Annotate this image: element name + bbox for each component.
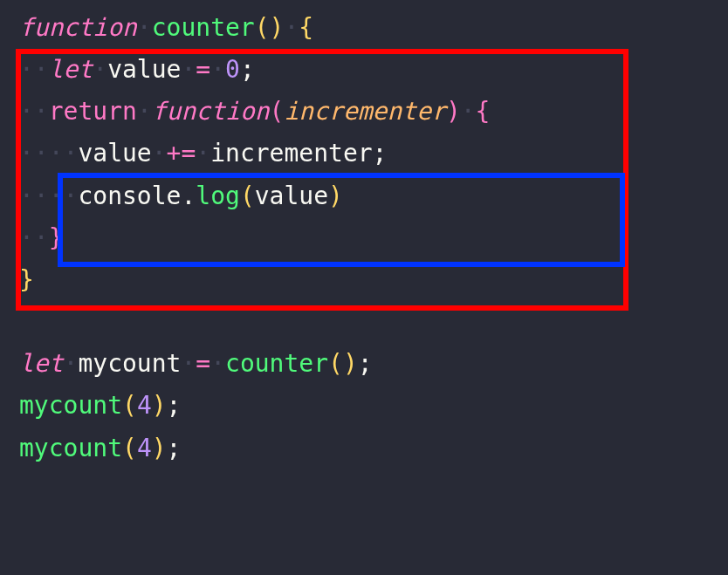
code-line: ··let·value·=·0; [19, 49, 728, 91]
function-name: counter [152, 13, 255, 42]
operator: = [196, 55, 210, 84]
paren: ) [152, 434, 167, 462]
paren: () [255, 13, 285, 42]
paren: ) [328, 181, 343, 210]
semicolon: ; [240, 55, 255, 84]
identifier: value [107, 55, 181, 84]
paren: ) [152, 391, 167, 420]
brace-open: { [299, 13, 313, 42]
function-call: mycount [19, 434, 122, 462]
semicolon: ; [167, 391, 182, 420]
operator: = [196, 349, 210, 378]
number-literal: 4 [137, 391, 152, 420]
keyword-let: let [49, 55, 93, 84]
code-line: ····console.log(value) [19, 175, 728, 217]
keyword-let: let [19, 349, 64, 378]
operator: += [167, 139, 196, 168]
keyword-function: function [19, 13, 137, 42]
brace-close: } [19, 265, 34, 294]
code-editor: function·counter()·{ ··let·value·=·0; ··… [0, 0, 728, 575]
paren: ( [240, 181, 255, 210]
parameter: incrementer [284, 97, 445, 126]
code-line: ··} [19, 217, 728, 259]
code-line [19, 301, 728, 343]
paren: () [328, 349, 358, 378]
identifier: value [78, 139, 151, 168]
paren: ( [122, 434, 137, 462]
code-line: let·mycount·=·counter(); [19, 343, 728, 385]
method-name: log [196, 181, 240, 210]
dot: . [181, 181, 196, 210]
keyword-function: function [152, 97, 270, 126]
brace-close: } [49, 223, 64, 252]
paren: ( [122, 391, 137, 420]
number-literal: 4 [137, 434, 152, 462]
code-line: } [19, 259, 728, 301]
number-literal: 0 [225, 55, 240, 84]
function-call: mycount [19, 391, 122, 420]
paren: ( [270, 97, 285, 126]
identifier: value [255, 181, 328, 210]
semicolon: ; [373, 139, 388, 168]
keyword-return: return [49, 97, 137, 126]
brace-open: { [476, 97, 491, 126]
code-line: ··return·function(incrementer)·{ [19, 91, 728, 133]
identifier: incrementer [210, 139, 372, 168]
code-line: ····value·+=·incrementer; [19, 133, 728, 175]
paren: ) [446, 97, 461, 126]
code-line: mycount(4); [19, 385, 728, 427]
code-line: function·counter()·{ [19, 7, 728, 49]
code-line: mycount(4); [19, 428, 728, 469]
identifier: console [78, 181, 181, 210]
function-call: counter [225, 349, 328, 378]
identifier: mycount [78, 349, 181, 378]
semicolon: ; [358, 349, 373, 378]
semicolon: ; [167, 434, 182, 462]
